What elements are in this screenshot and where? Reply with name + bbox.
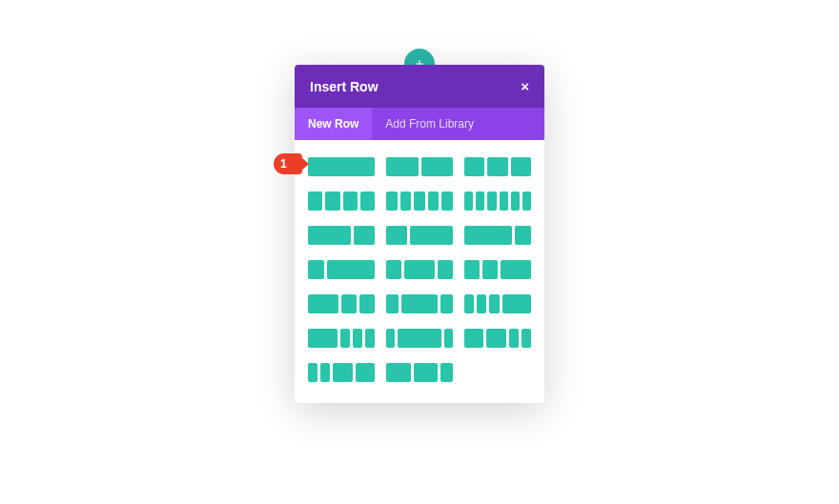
column-block — [308, 294, 338, 313]
callout-marker: 1 — [274, 152, 306, 175]
column-block — [359, 294, 375, 313]
row-layout-option[interactable] — [308, 329, 375, 348]
column-block — [360, 192, 375, 211]
column-block — [320, 363, 330, 382]
column-block — [400, 192, 412, 211]
row-layout-option[interactable] — [386, 363, 453, 382]
column-block — [500, 192, 508, 211]
row-layout-option[interactable] — [308, 294, 375, 313]
column-block — [354, 226, 375, 245]
column-block — [440, 294, 453, 313]
column-block — [482, 260, 498, 279]
column-block — [487, 157, 507, 176]
column-block — [401, 294, 438, 313]
column-block — [386, 226, 407, 245]
column-block — [476, 192, 484, 211]
row-layout-option[interactable] — [464, 226, 531, 245]
column-block — [308, 329, 338, 348]
row-layout-option[interactable] — [308, 192, 375, 211]
column-block — [386, 329, 395, 348]
column-block — [464, 294, 474, 313]
column-block — [486, 329, 505, 348]
column-block — [308, 226, 351, 245]
row-layout-option[interactable] — [386, 294, 453, 313]
column-block — [341, 294, 357, 313]
column-block — [515, 226, 531, 245]
row-layout-option[interactable] — [464, 294, 531, 313]
column-block — [444, 329, 453, 348]
column-block — [340, 329, 350, 348]
tab-new-row[interactable]: New Row — [295, 108, 372, 140]
column-block — [438, 260, 453, 279]
insert-row-modal: 1 Insert Row × New Row Add From Library — [295, 65, 544, 403]
column-block — [386, 294, 399, 313]
column-block — [477, 294, 486, 313]
column-block — [509, 329, 519, 348]
column-block — [464, 260, 480, 279]
modal-title: Insert Row — [310, 79, 379, 94]
column-block — [511, 157, 531, 176]
row-layout-option[interactable] — [386, 192, 453, 211]
modal-header: Insert Row × — [295, 65, 544, 108]
column-block — [464, 329, 483, 348]
row-layout-option[interactable] — [464, 192, 531, 211]
tab-add-from-library[interactable]: Add From Library — [372, 108, 487, 140]
column-block — [386, 157, 419, 176]
callout-label: 1 — [280, 157, 287, 171]
row-layout-option[interactable] — [308, 260, 375, 279]
column-block — [386, 260, 401, 279]
row-layout-option[interactable] — [308, 363, 375, 382]
column-block — [410, 226, 453, 245]
column-block — [501, 260, 531, 279]
row-layout-option[interactable] — [386, 226, 453, 245]
column-block — [386, 192, 398, 211]
column-block — [386, 363, 411, 382]
column-block — [487, 192, 496, 211]
column-block — [489, 294, 499, 313]
column-block — [464, 192, 473, 211]
column-block — [308, 192, 322, 211]
column-block — [522, 329, 531, 348]
column-block — [511, 192, 520, 211]
column-block — [356, 363, 375, 382]
column-block — [522, 192, 531, 211]
row-layout-option[interactable] — [386, 157, 453, 176]
column-block — [464, 226, 512, 245]
column-block — [365, 329, 375, 348]
row-layout-option[interactable] — [464, 329, 531, 348]
close-icon[interactable]: × — [521, 78, 529, 94]
column-block — [440, 363, 453, 382]
column-block — [421, 157, 454, 176]
column-block — [353, 329, 362, 348]
column-block — [308, 260, 324, 279]
row-layout-option[interactable] — [386, 260, 453, 279]
row-layout-option[interactable] — [308, 226, 375, 245]
row-layout-option[interactable] — [464, 260, 531, 279]
column-block — [404, 260, 435, 279]
column-block — [464, 157, 484, 176]
column-block — [308, 157, 375, 176]
column-block — [333, 363, 352, 382]
column-block — [325, 192, 339, 211]
column-block — [428, 192, 440, 211]
column-block — [414, 363, 439, 382]
column-block — [441, 192, 453, 211]
row-layout-option[interactable] — [464, 157, 531, 176]
column-block — [308, 363, 317, 382]
column-block — [414, 192, 425, 211]
row-layout-option[interactable] — [386, 329, 453, 348]
modal-tabs: New Row Add From Library — [295, 108, 544, 140]
layout-grid — [295, 140, 544, 403]
column-block — [502, 294, 532, 313]
row-layout-option[interactable] — [308, 157, 375, 176]
column-block — [327, 260, 375, 279]
column-block — [343, 192, 358, 211]
column-block — [398, 329, 441, 348]
